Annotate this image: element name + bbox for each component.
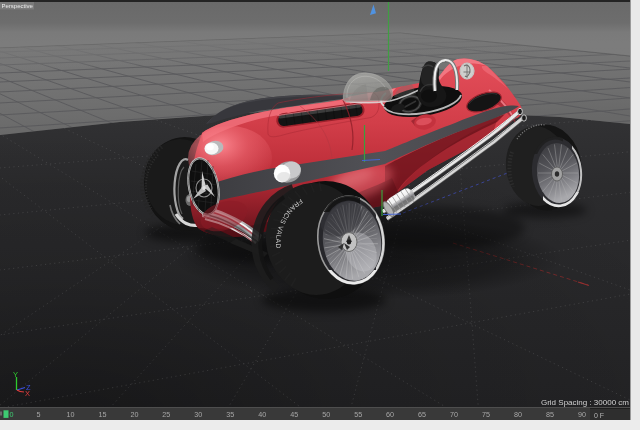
svg-text:85: 85 (546, 410, 554, 419)
svg-text:60: 60 (386, 410, 394, 419)
svg-text:20: 20 (130, 410, 138, 419)
svg-text:Perspective: Perspective (2, 3, 34, 9)
svg-text:5: 5 (37, 410, 41, 419)
svg-text:25: 25 (162, 410, 170, 419)
svg-text:0 F: 0 F (594, 412, 604, 419)
svg-text:75: 75 (482, 410, 490, 419)
svg-text:0: 0 (10, 410, 14, 419)
svg-text:Y: Y (13, 370, 18, 379)
svg-text:70: 70 (450, 410, 458, 419)
svg-text:50: 50 (322, 410, 330, 419)
svg-text:30: 30 (194, 410, 202, 419)
svg-text:Grid Spacing : 30000 cm: Grid Spacing : 30000 cm (541, 398, 629, 407)
svg-text:45: 45 (290, 410, 298, 419)
svg-text:65: 65 (418, 410, 426, 419)
svg-text:40: 40 (258, 410, 266, 419)
svg-text:55: 55 (354, 410, 362, 419)
svg-text:90: 90 (578, 410, 586, 419)
svg-text:X: X (25, 389, 30, 398)
svg-text:10: 10 (66, 410, 74, 419)
svg-text:80: 80 (514, 410, 522, 419)
svg-text:35: 35 (226, 410, 234, 419)
svg-text:15: 15 (98, 410, 106, 419)
